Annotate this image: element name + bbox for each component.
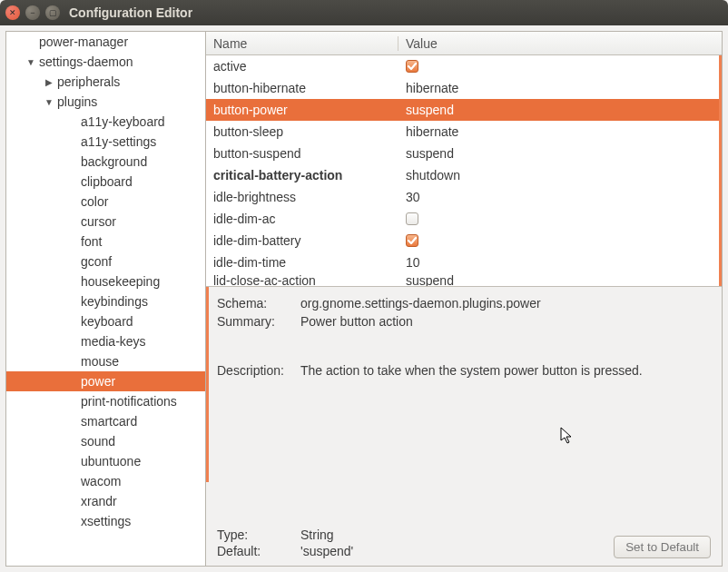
tree-item-label: plugins (57, 94, 97, 109)
key-value[interactable] (398, 60, 722, 73)
tree-item-label: print-notifications (81, 394, 177, 409)
default-value: 'suspend' (300, 544, 353, 558)
chevron-down-icon[interactable]: ▼ (25, 57, 37, 67)
tree-item-wacom[interactable]: wacom (6, 471, 205, 491)
description-label: Description: (217, 363, 300, 378)
tree-item-mouse[interactable]: mouse (6, 351, 205, 371)
chevron-right-icon[interactable]: ▶ (43, 77, 55, 87)
key-name: idle-dim-battery (206, 233, 398, 248)
tree-item-label: settings-daemon (39, 54, 133, 69)
check-icon (407, 235, 418, 246)
tree-item-cursor[interactable]: cursor (6, 212, 205, 232)
key-row-idle-brightness[interactable]: idle-brightness30 (206, 186, 722, 208)
key-row-active[interactable]: active (206, 55, 722, 77)
tree-item-media-keys[interactable]: media-keys (6, 331, 205, 351)
close-icon: ✕ (9, 9, 16, 17)
tree-item-peripherals[interactable]: ▶peripherals (6, 72, 205, 92)
tree-item-power-manager[interactable]: power-manager (6, 32, 205, 52)
tree-item-xsettings[interactable]: xsettings (6, 511, 205, 531)
key-value[interactable]: hibernate (398, 124, 722, 139)
key-value[interactable]: 30 (398, 190, 722, 204)
key-value[interactable]: hibernate (398, 81, 722, 95)
tree-item-label: keyboard (81, 314, 133, 329)
tree-item-keybindings[interactable]: keybindings (6, 291, 205, 311)
info-panel: Schema: org.gnome.settings-daemon.plugin… (206, 286, 722, 566)
tree-item-label: a11y-settings (81, 134, 156, 149)
info-bottom: Type: String Default: 'suspend' Set to D… (217, 528, 711, 558)
content: power-manager▼settings-daemon▶peripheral… (0, 25, 728, 572)
tree-item-color[interactable]: color (6, 192, 205, 212)
minimize-button[interactable]: − (25, 5, 40, 20)
chevron-down-icon[interactable]: ▼ (43, 97, 55, 107)
window: ✕ − ▢ Configuration Editor power-manager… (0, 0, 728, 572)
key-list[interactable]: activebutton-hibernatehibernatebutton-po… (206, 55, 722, 286)
key-value[interactable]: 10 (398, 255, 722, 270)
key-row-button-suspend[interactable]: button-suspendsuspend (206, 143, 722, 164)
tree-item-font[interactable]: font (6, 232, 205, 251)
close-button[interactable]: ✕ (5, 5, 20, 20)
key-row-button-power[interactable]: button-powersuspend (206, 99, 722, 121)
key-value-text: hibernate (406, 81, 458, 95)
summary-value: Power button action (300, 314, 711, 329)
tree-item-label: clipboard (81, 174, 133, 189)
tree-item-a11y-keyboard[interactable]: a11y-keyboard (6, 112, 205, 132)
key-name: idle-dim-time (206, 255, 398, 270)
tree-item-clipboard[interactable]: clipboard (6, 172, 205, 192)
key-value[interactable]: suspend (398, 146, 722, 161)
key-row-idle-dim-time[interactable]: idle-dim-time10 (206, 251, 722, 273)
tree-item-housekeeping[interactable]: housekeeping (6, 271, 205, 291)
tree-item-label: background (81, 154, 147, 169)
set-to-default-button[interactable]: Set to Default (614, 536, 711, 558)
key-row-lid-close-ac-action[interactable]: lid-close-ac-actionsuspend (206, 273, 722, 286)
summary-label: Summary: (217, 314, 300, 329)
tree-item-label: wacom (81, 474, 121, 488)
key-row-idle-dim-battery[interactable]: idle-dim-battery (206, 230, 722, 251)
tree-item-smartcard[interactable]: smartcard (6, 411, 205, 431)
key-name: critical-battery-action (206, 168, 398, 182)
checkbox[interactable] (406, 60, 418, 73)
key-list-header[interactable]: Name Value (206, 32, 722, 55)
key-row-button-sleep[interactable]: button-sleephibernate (206, 121, 722, 143)
key-value[interactable] (398, 234, 722, 247)
tree-item-keyboard[interactable]: keyboard (6, 311, 205, 331)
column-header-name[interactable]: Name (206, 36, 398, 51)
schema-tree[interactable]: power-manager▼settings-daemon▶peripheral… (5, 31, 205, 567)
tree-item-settings-daemon[interactable]: ▼settings-daemon (6, 52, 205, 72)
tree-item-label: sound (81, 434, 115, 449)
tree-item-gconf[interactable]: gconf (6, 251, 205, 271)
schema-value: org.gnome.settings-daemon.plugins.power (300, 296, 711, 311)
maximize-button[interactable]: ▢ (45, 5, 60, 20)
tree-item-a11y-settings[interactable]: a11y-settings (6, 132, 205, 152)
info-desc: Description: The action to take when the… (217, 363, 711, 378)
key-value-text: suspend (406, 103, 454, 117)
key-value[interactable]: suspend (398, 103, 722, 117)
titlebar[interactable]: ✕ − ▢ Configuration Editor (0, 0, 728, 25)
checkbox[interactable] (406, 212, 418, 225)
key-value-text: shutdown (406, 168, 460, 182)
column-header-value[interactable]: Value (398, 36, 722, 51)
tree-item-label: mouse (81, 354, 119, 369)
maximize-icon: ▢ (49, 9, 57, 17)
mouse-cursor-icon (560, 427, 575, 448)
key-row-idle-dim-ac[interactable]: idle-dim-ac (206, 208, 722, 230)
tree-item-background[interactable]: background (6, 152, 205, 172)
key-value[interactable] (398, 212, 722, 225)
tree-item-label: a11y-keyboard (81, 114, 165, 129)
description-value: The action to take when the system power… (300, 363, 711, 378)
tree-item-xrandr[interactable]: xrandr (6, 491, 205, 511)
tree-item-label: housekeeping (81, 274, 160, 289)
checkbox[interactable] (406, 234, 418, 247)
tree-item-label: font (81, 234, 102, 249)
tree-item-sound[interactable]: sound (6, 431, 205, 451)
key-value[interactable]: shutdown (398, 168, 722, 182)
tree-item-power[interactable]: power (6, 371, 205, 391)
key-row-button-hibernate[interactable]: button-hibernatehibernate (206, 77, 722, 99)
tree-item-ubuntuone[interactable]: ubuntuone (6, 451, 205, 471)
selection-indicator-left (206, 287, 209, 482)
key-row-critical-battery-action[interactable]: critical-battery-actionshutdown (206, 164, 722, 186)
tree-item-print-notifications[interactable]: print-notifications (6, 391, 205, 411)
key-value[interactable]: suspend (398, 273, 722, 286)
info-top: Schema: org.gnome.settings-daemon.plugin… (217, 296, 711, 329)
tree-item-plugins[interactable]: ▼plugins (6, 92, 205, 112)
key-name: button-power (206, 103, 398, 117)
